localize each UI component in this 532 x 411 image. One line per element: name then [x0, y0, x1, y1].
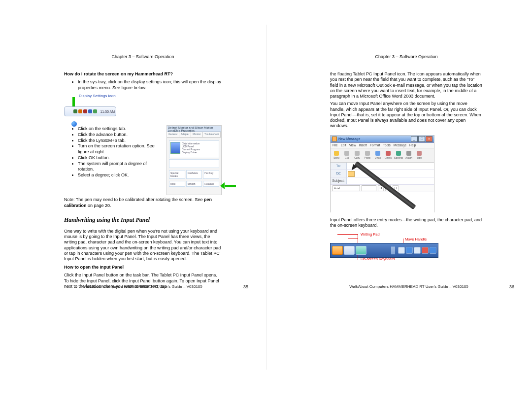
step-item: Select a degree; click OK. — [78, 172, 162, 178]
group-misc: Misc — [169, 181, 185, 187]
callout-line — [358, 255, 358, 260]
close-button: × — [426, 136, 432, 142]
continuation-p1: the floating Tablet PC Input Panel icon.… — [330, 71, 483, 99]
page-36: Chapter 3 – Software Operation the float… — [266, 0, 532, 411]
undo-button: Undo — [373, 150, 383, 160]
footer-right: WalkAbout Computers HAMMERHEAD RT User's… — [330, 284, 488, 289]
display-properties-dialog: Default Monitor and Silicon Motion LynxE… — [166, 125, 222, 195]
email-compose-figure: New Message _ □ × File Edit View Insert … — [330, 135, 434, 212]
font-selector: Arial — [332, 185, 360, 191]
footer-text: WalkAbout Computers HAMMERHEAD RT User's… — [349, 284, 468, 289]
rotate-intro-item: In the sys-tray, click on the display se… — [78, 79, 222, 91]
continuation-p2: You can move Input Panel anywhere on the… — [330, 101, 483, 129]
menu-item: Help — [409, 143, 416, 147]
heading-handwriting: Handwriting using the Input Panel — [64, 216, 222, 224]
steps-and-figure-row: Click on the settings tab. Click the adv… — [64, 125, 222, 195]
bold-btn: B — [378, 185, 384, 191]
page-number: 35 — [243, 284, 248, 289]
chapter-heading-right: Chapter 3 – Software Operation — [330, 54, 483, 59]
email-body — [331, 192, 434, 218]
calibration-note: Note: The pen may need to be calibrated … — [64, 197, 222, 208]
heading-open-input-panel: How to open the Input Panel — [64, 265, 222, 270]
dialog-title: Default Monitor and Silicon Motion LynxE… — [167, 126, 221, 132]
note-part: on page 20. — [87, 203, 111, 208]
app-icon — [332, 137, 337, 141]
email-toolbar: Send Cut Copy Paste Undo Check Spelling … — [331, 148, 434, 163]
tray-clock: 11:50 AM — [100, 110, 115, 113]
panel-btn — [422, 247, 429, 254]
subject-label: Subject: — [331, 177, 347, 184]
menu-item: View — [349, 143, 356, 147]
panel-btn — [398, 247, 405, 254]
move-handle — [391, 246, 395, 254]
attach-button: Attach — [404, 150, 414, 160]
page-35: Chapter 3 – Software Operation How do I … — [0, 0, 266, 411]
character-pad-button — [344, 246, 355, 255]
note-part: Note: The pen may need to be calibrated … — [64, 197, 204, 202]
paste-button: Paste — [363, 150, 372, 160]
input-panel-popup-icon — [348, 171, 355, 177]
spelling-button: Spelling — [394, 150, 403, 160]
step-item: Turn on the screen rotation option. See … — [78, 143, 162, 155]
footer-left: WalkAbout Computers HAMMERHEAD RT User's… — [64, 284, 222, 289]
callout-line — [348, 239, 358, 239]
sign-button: Sign — [414, 150, 424, 160]
input-panel-bar — [330, 243, 438, 258]
entry-modes-paragraph: Input Panel offers three entry modes—the… — [330, 217, 483, 229]
systray-bar: 11:50 AM — [64, 106, 116, 116]
to-field — [347, 163, 434, 169]
maximize-button: □ — [418, 136, 425, 142]
step-item: Click on the settings tab. — [78, 126, 162, 132]
group-stretch: Stretch — [186, 181, 202, 187]
input-panel-bar-figure: Writing Pad Character Pad Move Handle — [330, 232, 438, 258]
italic-btn: I — [385, 185, 391, 191]
tab: Troubleshoot — [203, 132, 221, 137]
heading-rotate-screen: How do I rotate the screen on my Hammerh… — [64, 71, 222, 76]
panel-btn — [414, 247, 421, 254]
keyboard-button — [356, 246, 366, 255]
panel-btn — [430, 247, 436, 254]
step-item: The system will prompt a degree of rotat… — [78, 161, 162, 172]
tray-icon — [93, 109, 97, 113]
menu-item: Edit — [340, 143, 346, 147]
window-title: New Message — [338, 137, 360, 140]
cut-button: Cut — [342, 150, 352, 160]
step-item: Click the LynxEM+6 tab. — [78, 138, 162, 144]
menu-item: Tools — [383, 143, 391, 147]
display-settings-label: Display Settings Icon — [79, 94, 116, 98]
panel-btn — [406, 247, 413, 254]
size-selector — [362, 185, 376, 191]
cc-label: Cc: — [331, 170, 347, 177]
footer-text: WalkAbout Computers HAMMERHEAD RT User's… — [83, 284, 202, 289]
copy-button: Copy — [352, 150, 362, 160]
step-item: Click the advance button. — [78, 132, 162, 138]
tray-icon — [88, 109, 92, 113]
systray-figure: Display Settings Icon 11:50 AM — [64, 94, 222, 118]
check-button: Check — [383, 150, 393, 160]
minimize-button: _ — [411, 136, 418, 142]
tab: General — [167, 132, 179, 137]
group-dualview: DualView — [186, 170, 202, 179]
label-onscreen-keyboard: On-screen Keyboard — [361, 257, 395, 261]
menu-item: Message — [394, 143, 406, 147]
group-hotkey: Hot Key — [203, 170, 219, 179]
underline-btn: U — [393, 185, 399, 191]
email-menubar: File Edit View Insert Format Tools Messa… — [331, 143, 434, 148]
format-toolbar: Arial B I U — [331, 185, 434, 192]
subject-field — [347, 178, 434, 184]
tab: Monitor — [191, 132, 203, 137]
menu-item: Format — [370, 143, 380, 147]
panel-right-controls — [398, 247, 436, 254]
green-arrow-left-icon — [221, 183, 236, 189]
label-move-handle: Move Handle — [405, 237, 427, 241]
cc-field — [347, 171, 434, 176]
dialog-tabs: General Adapter Monitor Troubleshoot — [167, 132, 221, 137]
menu-item: Insert — [359, 143, 367, 147]
rotate-steps-list: Click on the settings tab. Click the adv… — [64, 126, 162, 178]
step-item: Click OK button. — [78, 155, 162, 161]
writing-pad-button — [332, 246, 343, 255]
info-row: Display Driver — [182, 151, 218, 154]
group-special-modes: Special Modes — [169, 170, 185, 179]
to-label: To: — [331, 163, 347, 170]
tray-icon — [83, 109, 87, 113]
